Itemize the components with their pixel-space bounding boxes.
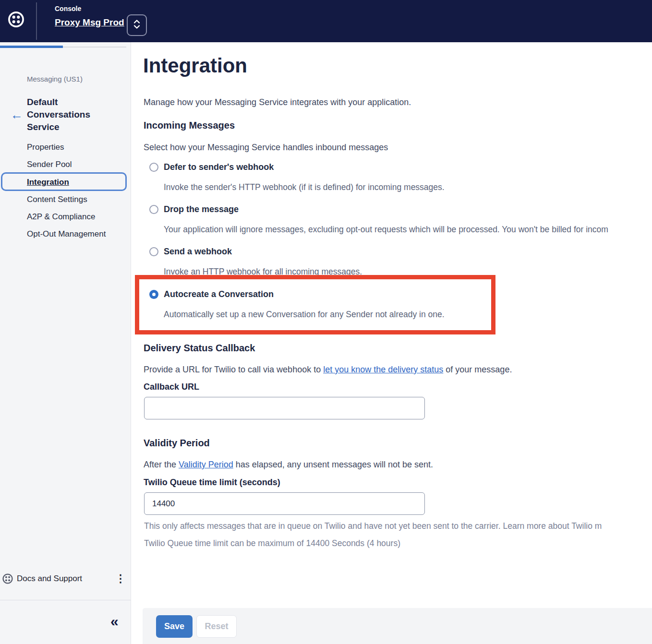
- queue-time-limit-label: Twilio Queue time limit (seconds): [144, 477, 280, 488]
- sidebar-item-sender-pool[interactable]: Sender Pool: [27, 160, 123, 169]
- top-navbar: Console Proxy Msg Prod: [0, 0, 652, 42]
- radio-label[interactable]: Send a webhook: [164, 247, 232, 257]
- validity-period-description: After the Validity Period has elapsed, a…: [144, 460, 433, 470]
- account-switcher-button[interactable]: [127, 14, 147, 36]
- sidebar: Messaging (US1) ← Default Conversations …: [0, 42, 131, 644]
- life-ring-icon: [2, 573, 13, 586]
- kebab-menu-icon[interactable]: ⋮: [115, 571, 126, 586]
- footer-action-bar: Save Reset: [143, 608, 652, 644]
- incoming-messages-heading: Incoming Messages: [144, 120, 235, 131]
- validity-period-heading: Validity Period: [144, 438, 210, 449]
- radio-description: Your application will ignore messages, e…: [164, 225, 608, 235]
- radio-label[interactable]: Autocreate a Conversation: [164, 289, 274, 299]
- radio-description: Invoke an HTTP webhook for all incoming …: [164, 267, 362, 277]
- delivery-status-description: Provide a URL for Twilio to call via web…: [144, 365, 512, 375]
- docs-and-support-label: Docs and Support: [17, 574, 82, 584]
- sidebar-item-properties[interactable]: Properties: [27, 143, 123, 152]
- incoming-messages-description: Select how your Messaging Service handle…: [144, 143, 388, 153]
- validity-period-link[interactable]: Validity Period: [179, 460, 233, 469]
- docs-and-support-row[interactable]: Docs and Support ⋮: [0, 571, 131, 588]
- save-button[interactable]: Save: [156, 615, 193, 638]
- radio-button-drop[interactable]: [149, 205, 158, 214]
- reset-button[interactable]: Reset: [196, 615, 237, 638]
- radio-button-defer[interactable]: [149, 163, 158, 172]
- radio-description: Invoke the sender's HTTP webhook (if it …: [164, 182, 445, 192]
- sidebar-item-a2p-compliance[interactable]: A2P & Compliance: [27, 212, 123, 222]
- collapse-sidebar-icon[interactable]: «: [110, 614, 119, 629]
- sidebar-section-label: Messaging (US1): [27, 75, 83, 83]
- page-subtitle: Manage how your Messaging Service integr…: [144, 97, 411, 107]
- callback-url-input[interactable]: [144, 397, 425, 419]
- console-label: Console: [55, 5, 81, 12]
- page-title: Integration: [143, 54, 247, 77]
- sidebar-item-integration[interactable]: Integration: [27, 178, 123, 187]
- sidebar-top-progress-bar: [0, 46, 63, 48]
- delivery-status-heading: Delivery Status Callback: [144, 343, 255, 354]
- radio-description: Automatically set up a new Conversation …: [164, 310, 445, 320]
- sidebar-item-content-settings[interactable]: Content Settings: [27, 195, 123, 204]
- sidebar-top-track: [63, 47, 126, 48]
- account-name-link[interactable]: Proxy Msg Prod: [55, 17, 124, 28]
- radio-button-webhook[interactable]: [149, 247, 158, 256]
- radio-label[interactable]: Defer to sender's webhook: [164, 162, 274, 172]
- validity-desc-suffix: has elapsed, any unsent messages will no…: [233, 460, 433, 469]
- radio-label[interactable]: Drop the message: [164, 204, 239, 215]
- delivery-desc-prefix: Provide a URL for Twilio to call via web…: [144, 365, 323, 374]
- radio-button-autocreate-selected[interactable]: [149, 290, 158, 299]
- callback-url-label: Callback URL: [144, 382, 199, 392]
- red-highlight-annotation-box: [135, 275, 495, 334]
- validity-desc-prefix: After the: [144, 460, 179, 469]
- sidebar-item-opt-out-management[interactable]: Opt-Out Management: [27, 229, 123, 239]
- queue-time-limit-input[interactable]: [144, 492, 425, 515]
- delivery-status-link[interactable]: let you know the delivery status: [323, 365, 443, 374]
- delivery-desc-suffix: of your message.: [443, 365, 512, 374]
- queue-helper-text-1: This only affects messages that are in q…: [144, 521, 602, 531]
- up-down-chevron-icon: [133, 19, 141, 32]
- sidebar-divider: [0, 600, 131, 600]
- navbar-divider: [36, 2, 37, 40]
- sidebar-service-name[interactable]: Default Conversations Service: [27, 96, 104, 133]
- twilio-logo-icon[interactable]: [7, 11, 25, 30]
- back-arrow-icon[interactable]: ←: [11, 108, 23, 121]
- queue-helper-text-2: Twilio Queue time limit can be maximum o…: [144, 538, 400, 549]
